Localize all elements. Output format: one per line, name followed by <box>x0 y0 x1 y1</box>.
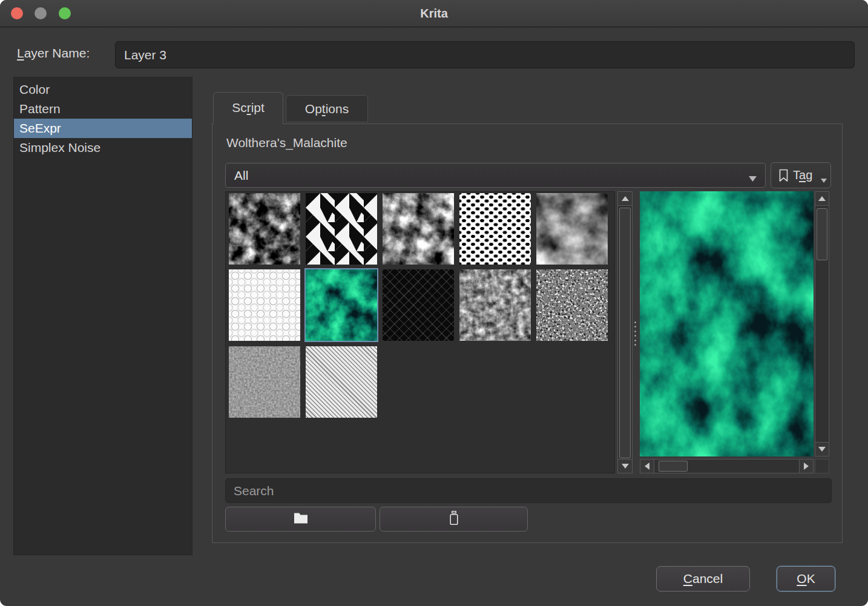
pattern-grid-scrollbar[interactable] <box>617 191 633 473</box>
pattern-thumb[interactable] <box>229 193 300 265</box>
titlebar: Krita <box>0 0 868 27</box>
ok-button[interactable]: OK <box>777 566 835 591</box>
list-item-color[interactable]: Color <box>14 80 192 99</box>
list-item-seexpr[interactable]: SeExpr <box>14 119 192 138</box>
selected-pattern-name: Wolthera's_Malachite <box>226 136 347 150</box>
tag-button-label: Tag <box>793 163 812 188</box>
pattern-search-input[interactable] <box>225 478 832 503</box>
scroll-down-button[interactable] <box>815 442 829 456</box>
folder-icon <box>293 511 309 527</box>
tab-options[interactable]: Options <box>286 95 368 122</box>
list-item-simplex-noise[interactable]: Simplex Noise <box>14 138 192 157</box>
scrollbar-thumb[interactable] <box>817 208 827 260</box>
pattern-thumb[interactable] <box>306 346 377 418</box>
scroll-up-button[interactable] <box>618 192 632 206</box>
chevron-down-icon <box>749 173 757 184</box>
delete-resource-button[interactable] <box>380 507 528 532</box>
pattern-thumb[interactable] <box>383 193 454 265</box>
pattern-thumb[interactable] <box>229 269 300 341</box>
tag-filter-value: All <box>234 163 248 187</box>
pattern-thumb[interactable] <box>229 346 300 418</box>
preview-vertical-scrollbar[interactable] <box>815 191 829 456</box>
scrollbar-thumb[interactable] <box>659 461 688 472</box>
tag-filter-dropdown[interactable]: All <box>225 163 766 188</box>
scroll-up-button[interactable] <box>815 192 829 206</box>
layer-name-label: Layer Name: <box>17 46 90 61</box>
list-item-pattern[interactable]: Pattern <box>14 99 192 119</box>
scroll-right-button[interactable] <box>799 459 813 473</box>
generator-type-list: Color Pattern SeExpr Simplex Noise <box>13 77 192 555</box>
tab-script[interactable]: Script <box>213 92 283 124</box>
scroll-left-button[interactable] <box>640 459 654 473</box>
scrollbar-thumb[interactable] <box>619 208 631 458</box>
splitter-handle[interactable] <box>633 321 638 346</box>
layer-name-input[interactable] <box>115 41 855 68</box>
pattern-grid <box>225 191 615 473</box>
pattern-thumb[interactable] <box>459 269 531 341</box>
pattern-thumb-selected[interactable] <box>306 269 377 341</box>
pattern-thumb[interactable] <box>536 193 608 265</box>
bookmark-icon <box>778 169 789 185</box>
scroll-down-button[interactable] <box>618 459 632 473</box>
trash-icon <box>449 510 459 528</box>
pattern-thumb[interactable] <box>536 269 608 341</box>
script-tab-panel: Wolthera's_Malachite All Tag <box>212 124 843 543</box>
chevron-down-icon <box>821 174 827 185</box>
pattern-thumb[interactable] <box>306 193 377 265</box>
tag-button[interactable]: Tag <box>771 162 831 188</box>
krita-fill-layer-dialog: Krita Layer Name: Color Pattern SeExpr S… <box>0 0 868 606</box>
scrollbar-corner <box>815 459 829 473</box>
import-resource-button[interactable] <box>225 507 376 532</box>
window-title: Krita <box>0 0 868 27</box>
preview-horizontal-scrollbar[interactable] <box>640 459 814 473</box>
pattern-thumb[interactable] <box>383 269 454 341</box>
pattern-thumb[interactable] <box>459 193 531 265</box>
cancel-button[interactable]: Cancel <box>656 566 750 591</box>
pattern-preview <box>640 191 814 456</box>
